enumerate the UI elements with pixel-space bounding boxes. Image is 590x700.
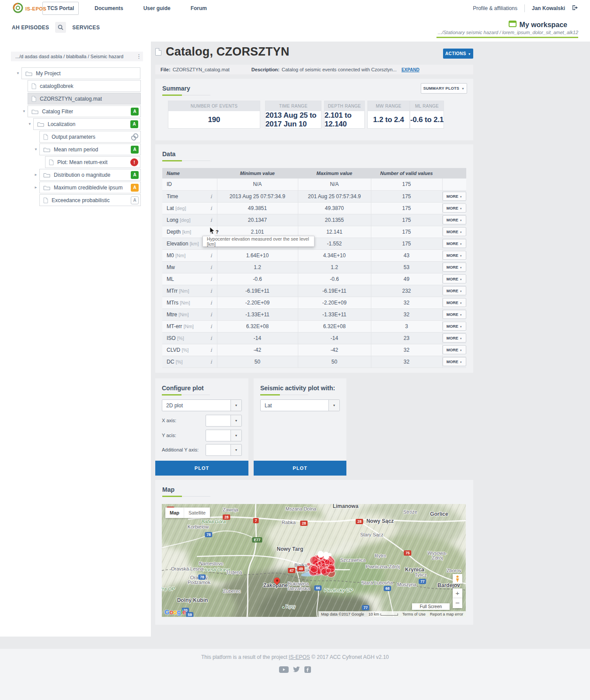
map-heading: Map xyxy=(162,486,466,493)
tree-item[interactable]: Output parameters xyxy=(39,131,141,143)
expand-link[interactable]: EXPAND xyxy=(401,67,419,72)
info-icon[interactable]: i xyxy=(210,276,212,282)
is-epos-logo[interactable]: IS-EPOS xyxy=(12,2,46,15)
param-name: ID xyxy=(167,181,172,187)
expand-arrow-icon[interactable] xyxy=(15,71,21,75)
plot-type-select[interactable]: 2D plot▼ xyxy=(162,399,242,411)
more-button[interactable]: MORE▼ xyxy=(443,203,466,213)
expand-arrow-icon[interactable] xyxy=(33,186,38,189)
max-value: 201 Aug 25 07:57:34.9 xyxy=(298,190,371,202)
more-button[interactable]: MORE▼ xyxy=(443,322,466,331)
activity-variable-select[interactable]: Lat▼ xyxy=(260,399,340,411)
youtube-icon[interactable] xyxy=(279,666,289,673)
summary-panel: Summary SUMMARY PLOTS▼ NUMBER OF EVENTS … xyxy=(155,79,473,140)
nav-item[interactable]: User guide xyxy=(139,2,175,14)
is-epos-link[interactable]: IS-EPOS xyxy=(289,654,310,660)
my-workspace-link[interactable]: My workspace xyxy=(509,21,567,29)
plot-button[interactable]: PLOT xyxy=(155,461,248,476)
y-axis-select[interactable]: ▼ xyxy=(206,430,242,441)
info-icon[interactable]: i xyxy=(210,312,212,318)
info-icon[interactable]: i xyxy=(210,323,212,329)
table-row: MTrr [Nm] i -6.19E+11 -6.19E+11 232 MORE… xyxy=(162,285,466,297)
twitter-icon[interactable] xyxy=(293,666,300,673)
more-button[interactable]: MORE▼ xyxy=(443,215,466,224)
tree-item[interactable]: Plot: Mean return-exit ! xyxy=(45,156,140,168)
info-icon[interactable]: i xyxy=(210,359,212,365)
expand-arrow-icon[interactable] xyxy=(27,122,32,126)
search-button[interactable] xyxy=(55,22,66,33)
tree-item[interactable]: Distribution o magnitude A xyxy=(39,169,141,181)
terms-link[interactable]: Terms of Use xyxy=(402,612,426,616)
tree-item[interactable]: Mean return period A xyxy=(39,144,141,155)
nav-item[interactable]: Forum xyxy=(186,2,211,14)
x-axis-select[interactable]: ▼ xyxy=(206,415,242,427)
more-button[interactable]: MORE▼ xyxy=(443,357,466,366)
zoom-out-button[interactable]: − xyxy=(453,598,462,608)
info-icon[interactable]: i xyxy=(210,264,212,270)
more-button[interactable]: MORE▼ xyxy=(443,310,466,319)
tree-item[interactable]: CZORSZTYN_catalog.mat xyxy=(28,93,141,105)
info-icon[interactable]: i xyxy=(210,217,212,223)
more-button[interactable]: MORE▼ xyxy=(443,298,466,307)
pegman-control[interactable] xyxy=(453,574,462,584)
tree-menu-icon[interactable]: ⋮ xyxy=(136,53,142,60)
actions-button[interactable]: ACTIONS▼ xyxy=(443,49,473,59)
column-min: Minimum value xyxy=(217,168,298,178)
tree-item[interactable]: Maximum credibledivle ipsum A xyxy=(39,182,141,193)
stat-label: DEPTH RANGE xyxy=(325,101,364,111)
additional-y-axis-select[interactable]: ▼ xyxy=(206,444,242,456)
user-name[interactable]: Jan Kowalski xyxy=(532,5,565,11)
more-button[interactable]: MORE▼ xyxy=(443,274,466,284)
info-icon[interactable]: i xyxy=(210,300,212,306)
info-icon[interactable]: i xyxy=(210,193,212,200)
stat-card: MW RANGE 1.2 to 2.4 xyxy=(367,101,410,129)
tree-item[interactable]: Catalog Filter A xyxy=(28,105,141,117)
more-button[interactable]: MORE▼ xyxy=(443,286,466,295)
summary-plots-button[interactable]: SUMMARY PLOTS▼ xyxy=(421,83,467,94)
more-button[interactable]: MORE▼ xyxy=(443,192,466,201)
info-icon[interactable]: i xyxy=(210,335,212,341)
expand-arrow-icon[interactable] xyxy=(21,109,27,113)
more-button[interactable]: MORE▼ xyxy=(443,333,466,343)
stat-value: 2013 Aug 25 to 2017 Jun 10 xyxy=(265,111,321,128)
more-button[interactable]: MORE▼ xyxy=(443,227,466,236)
more-button[interactable]: MORE▼ xyxy=(443,251,466,260)
report-error-link[interactable]: Report a map error xyxy=(430,612,463,616)
more-button[interactable]: MORE▼ xyxy=(443,239,466,248)
info-icon[interactable]: i xyxy=(210,288,212,294)
tree-item[interactable]: catalogBobrek xyxy=(28,80,141,92)
ah-episodes-link[interactable]: AH EPISODES xyxy=(12,24,49,31)
zoom-in-button[interactable]: + xyxy=(453,588,462,598)
top-right: Profile & affiliations Jan Kowalski xyxy=(473,0,578,17)
fullscreen-button[interactable]: Full Screen xyxy=(412,603,450,610)
seismic-event-marker xyxy=(328,553,332,556)
chevron-down-icon: ▼ xyxy=(230,400,241,411)
map-view-button[interactable]: Map xyxy=(165,508,184,518)
tree-item[interactable]: My Project xyxy=(21,67,140,79)
expand-arrow-icon[interactable] xyxy=(33,173,38,177)
tree-item-label: Mean return period xyxy=(54,147,98,153)
expand-arrow-icon[interactable] xyxy=(33,147,38,151)
services-link[interactable]: SERVICES xyxy=(72,24,100,31)
nav-item[interactable]: TCS Portal xyxy=(42,2,79,15)
table-row: Long [deg] i 20.1347 20.1355 175 MORE▼ xyxy=(162,214,466,226)
param-unit: [%] xyxy=(176,359,183,364)
satellite-view-button[interactable]: Satellite xyxy=(184,508,210,518)
nav-item[interactable]: Documents xyxy=(90,2,127,14)
folder-icon xyxy=(25,70,32,76)
more-button[interactable]: MORE▼ xyxy=(443,262,466,272)
tree-item[interactable]: Exceedance probabilistic A xyxy=(39,194,141,206)
chevron-down-icon: ▼ xyxy=(460,290,462,293)
info-icon[interactable]: i xyxy=(210,205,212,211)
info-icon[interactable]: i xyxy=(210,347,212,353)
param-name: MT-err xyxy=(167,323,182,329)
info-icon[interactable]: i xyxy=(210,252,212,259)
page-title: Catalog, CZORSZTYN xyxy=(166,45,290,59)
facebook-icon[interactable] xyxy=(304,666,311,673)
activity-plot-button[interactable]: PLOT xyxy=(254,461,346,476)
profile-affiliations-link[interactable]: Profile & affiliations xyxy=(473,5,517,11)
logout-icon[interactable] xyxy=(572,4,578,12)
tree-item[interactable]: Localization A xyxy=(33,118,140,130)
map-canvas[interactable]: LimanowaZawojaMszana DolnaStróżeGorliceR… xyxy=(162,504,466,617)
more-button[interactable]: MORE▼ xyxy=(443,345,466,354)
